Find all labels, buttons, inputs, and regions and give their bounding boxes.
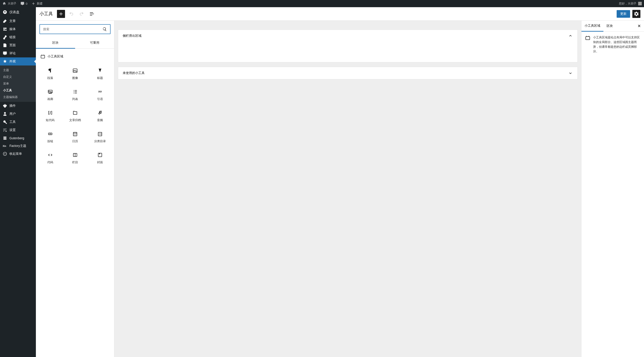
undo-button[interactable] xyxy=(67,10,75,18)
widget-area-sidebar: 侧栏滑出区域 xyxy=(118,30,578,62)
update-button[interactable]: 更新 xyxy=(617,10,630,18)
comments-count: 0 xyxy=(26,2,27,6)
sidebar-users[interactable]: 用户 xyxy=(0,110,36,118)
avatar-icon xyxy=(638,2,642,6)
admin-bar-comments[interactable]: 0 xyxy=(20,2,27,6)
widget-area-inactive: 未使用的小工具 xyxy=(118,67,578,80)
list-view-button[interactable] xyxy=(88,10,96,18)
svg-rect-16 xyxy=(586,36,590,40)
tab-blocks[interactable]: 区块 xyxy=(36,38,75,49)
widget-area-header-2[interactable]: 未使用的小工具 xyxy=(118,67,578,79)
submenu-theme-editor[interactable]: 主题编辑器 xyxy=(0,94,36,100)
greeting: 您好，大胡子 xyxy=(619,2,636,6)
content-area: 小工具 更新 xyxy=(36,7,644,357)
svg-rect-6 xyxy=(98,132,102,136)
svg-point-12 xyxy=(101,134,101,135)
settings-toggle-button[interactable] xyxy=(632,10,640,18)
sidebar-tools[interactable]: 工具 xyxy=(0,118,36,126)
sidebar-appearance-submenu: 主题 自定义 菜单 小工具 主题编辑器 xyxy=(0,66,36,102)
svg-rect-1 xyxy=(41,56,45,58)
site-name: 大胡子 xyxy=(8,2,16,6)
block-image[interactable]: 图像 xyxy=(62,64,88,84)
block-categories[interactable]: 分类目录 xyxy=(88,127,112,148)
block-code[interactable]: 代码 xyxy=(38,148,62,169)
block-heading[interactable]: 标题 xyxy=(88,64,112,84)
sidebar-collapse[interactable]: 收起菜单 xyxy=(0,150,36,158)
editor-header: 小工具 更新 xyxy=(36,7,644,21)
new-label: 新建 xyxy=(37,2,42,6)
editor-canvas: 侧栏滑出区域 未使用的小工具 xyxy=(114,21,581,357)
search-input[interactable] xyxy=(43,27,102,31)
sidebar-gutenberg[interactable]: Gutenberg xyxy=(0,134,36,142)
block-category: 小工具区域 xyxy=(38,52,112,61)
widget-area-icon xyxy=(40,54,45,59)
widget-area-body-1[interactable] xyxy=(118,42,578,62)
submenu-customize[interactable]: 自定义 xyxy=(0,74,36,80)
svg-point-8 xyxy=(100,133,100,134)
widget-area-icon xyxy=(585,35,590,40)
sidebar-posts[interactable]: 文章 xyxy=(0,17,36,25)
svg-point-9 xyxy=(101,133,101,134)
block-shortcode[interactable]: 短代码 xyxy=(38,106,62,127)
tab-reusable[interactable]: 可重用 xyxy=(75,38,114,48)
svg-point-10 xyxy=(99,134,99,135)
sidebar-comments[interactable]: 评论 xyxy=(0,49,36,58)
settings-close-button[interactable]: ✕ xyxy=(634,24,644,28)
submenu-menus[interactable]: 菜单 xyxy=(0,80,36,87)
search-icon xyxy=(102,27,107,32)
sidebar-dashboard[interactable]: 仪表盘 xyxy=(0,7,36,17)
sidebar-settings[interactable]: 设置 xyxy=(0,126,36,134)
inserter-tabs: 区块 可重用 xyxy=(36,38,114,49)
inserter-toggle-button[interactable] xyxy=(57,10,65,18)
block-calendar[interactable]: 日历 xyxy=(62,127,88,148)
editor-title: 小工具 xyxy=(40,11,53,17)
sidebar-appearance[interactable]: 外观 xyxy=(0,58,36,66)
sidebar-plugins[interactable]: 插件 xyxy=(0,102,36,110)
sidebar-factory[interactable]: Xin Factory主题 xyxy=(0,142,36,150)
submenu-widgets[interactable]: 小工具 xyxy=(0,87,36,94)
admin-bar-site[interactable]: 大胡子 xyxy=(2,2,16,6)
block-archives[interactable]: 文章归档 xyxy=(62,106,88,127)
block-button[interactable]: 按钮 xyxy=(38,127,62,148)
svg-point-7 xyxy=(99,133,99,134)
svg-point-11 xyxy=(100,134,100,135)
chevron-up-icon xyxy=(568,34,573,38)
submenu-themes[interactable]: 主题 xyxy=(0,67,36,74)
xin-icon: Xin xyxy=(3,145,7,147)
settings-desc: 小工具区域是站点布局中可以支持区块的全局部分。这些区域因主题而异，但通常都是您的… xyxy=(593,35,640,54)
admin-bar-user[interactable]: 您好，大胡子 xyxy=(619,2,642,6)
widget-area-header-1[interactable]: 侧栏滑出区域 xyxy=(118,30,578,42)
admin-bar-new[interactable]: 新建 xyxy=(32,2,42,6)
settings-tab-block[interactable]: 区块 xyxy=(604,21,616,31)
chevron-down-icon xyxy=(568,71,573,76)
settings-tab-area[interactable]: 小工具区域 xyxy=(582,21,604,32)
block-columns[interactable]: 栏目 xyxy=(62,148,88,169)
block-quote[interactable]: 引语 xyxy=(88,84,112,106)
redo-button[interactable] xyxy=(78,10,86,18)
svg-rect-15 xyxy=(99,153,100,154)
block-audio[interactable]: 音频 xyxy=(88,106,112,127)
block-list[interactable]: 列表 xyxy=(62,84,88,106)
sidebar-links[interactable]: 链接 xyxy=(0,33,36,41)
sidebar-media[interactable]: 媒体 xyxy=(0,25,36,33)
block-paragraph[interactable]: 段落 xyxy=(38,64,62,84)
sidebar-pages[interactable]: 页面 xyxy=(0,41,36,49)
admin-bar: 大胡子 0 新建 您好，大胡子 xyxy=(0,0,644,7)
block-inserter-panel: 区块 可重用 小工具区域 段落 图像 标题 画廊 列表 引语 xyxy=(36,21,114,357)
admin-sidebar: 仪表盘 文章 媒体 链接 页面 评论 外观 主题 自定义 菜单 xyxy=(0,7,36,357)
settings-panel: 小工具区域 区块 ✕ 小工具区域是站点布局中可以支持区块的全局部分。这些区域因主… xyxy=(581,21,644,357)
block-gallery[interactable]: 画廊 xyxy=(38,84,62,106)
inserter-search[interactable] xyxy=(40,24,110,34)
block-cover[interactable]: 封面 xyxy=(88,148,112,169)
